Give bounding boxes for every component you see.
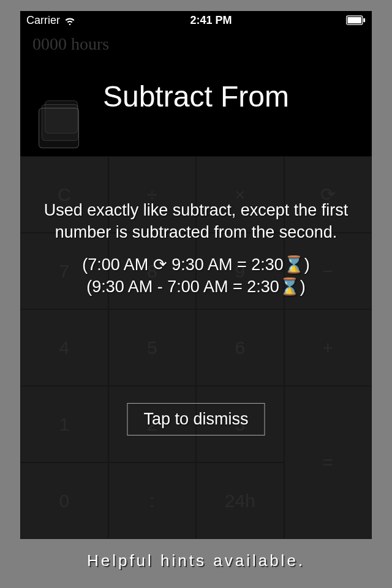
svg-rect-2 (363, 18, 365, 23)
battery-icon (346, 15, 366, 25)
wifi-icon (64, 14, 76, 26)
carrier-label: Carrier (26, 14, 60, 27)
status-right (346, 15, 366, 25)
status-bar: Carrier 2:41 PM (20, 11, 372, 29)
status-left: Carrier (26, 14, 76, 27)
status-time: 2:41 PM (190, 14, 232, 27)
hint-line-3: (9:30 AM - 7:00 AM = 2:30⌛) (86, 277, 305, 296)
dismiss-button[interactable]: Tap to dismiss (127, 403, 265, 435)
hint-line-2: (7:00 AM ⟳ 9:30 AM = 2:30⌛) (82, 255, 309, 274)
hint-overlay[interactable]: Subtract From Used exactly like subtract… (20, 29, 372, 539)
hint-title: Subtract From (20, 80, 372, 113)
phone-frame: Carrier 2:41 PM 0000 hours C ÷ × ⟳ 7 8 9… (20, 11, 372, 539)
hint-body: Used exactly like subtract, except the f… (39, 200, 353, 298)
footer-caption: Helpful hints available. (0, 551, 392, 570)
hint-line-1: Used exactly like subtract, except the f… (39, 200, 353, 243)
svg-rect-1 (347, 17, 361, 23)
